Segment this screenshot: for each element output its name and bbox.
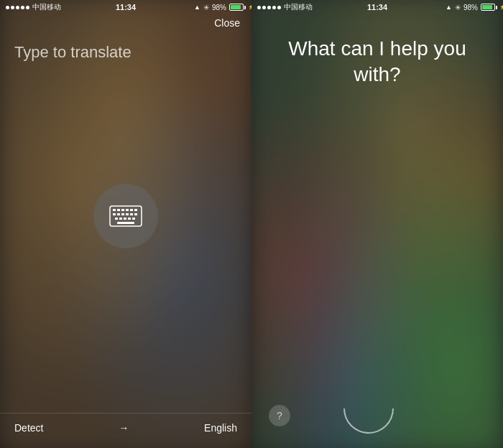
source-language[interactable]: Detect	[14, 422, 43, 434]
location-icon-left: ▲	[194, 4, 200, 11]
translate-footer: Detect → English	[0, 413, 251, 448]
siri-prompt-text: What can I help you with?	[251, 36, 503, 88]
keyboard-button[interactable]	[93, 184, 158, 248]
svg-rect-14	[119, 218, 122, 220]
svg-rect-3	[121, 209, 124, 211]
target-language[interactable]: English	[204, 422, 237, 434]
bluetooth-icon-left: ✳	[203, 4, 209, 11]
signal-dots-left	[6, 6, 29, 9]
svg-rect-2	[117, 209, 120, 211]
svg-rect-18	[117, 222, 134, 224]
svg-rect-13	[115, 218, 118, 220]
status-bar-right: 中国移动 11:34 ▲ ✳ 98% ⚡	[251, 0, 503, 14]
time-right: 11:34	[367, 3, 387, 11]
siri-content: What can I help you with? ?	[251, 0, 503, 448]
time-left: 11:34	[116, 3, 136, 11]
bluetooth-icon-right: ✳	[455, 4, 461, 11]
siri-wave	[290, 398, 447, 434]
status-bar-left: 中国移动 11:34 ▲ ✳ 98% ⚡	[0, 0, 251, 14]
carrier-right: 中国移动	[284, 2, 313, 12]
siri-listening-arc	[343, 409, 394, 434]
right-phone: 中国移动 11:34 ▲ ✳ 98% ⚡ What can I help you…	[251, 0, 503, 448]
question-icon: ?	[277, 410, 282, 421]
svg-rect-1	[113, 209, 116, 211]
battery-left: ⚡	[229, 4, 246, 11]
left-phone: 中国移动 11:34 ▲ ✳ 98% ⚡ Close Type to trans…	[0, 0, 251, 448]
siri-main: What can I help you with?	[251, 0, 503, 448]
translate-prompt: Type to translate	[0, 29, 251, 62]
svg-rect-12	[134, 213, 137, 215]
svg-rect-17	[132, 218, 135, 220]
siri-bottom-bar: ?	[251, 398, 503, 434]
svg-rect-6	[134, 209, 137, 211]
svg-rect-9	[121, 213, 124, 215]
charging-icon-right: ⚡	[499, 4, 503, 10]
close-button[interactable]: Close	[214, 17, 240, 29]
battery-fill-left	[231, 5, 241, 9]
svg-rect-16	[128, 218, 131, 220]
translate-content: Close Type to translate	[0, 0, 251, 448]
battery-tip-left	[244, 6, 246, 9]
svg-rect-5	[130, 209, 133, 211]
carrier-left: 中国移动	[32, 2, 61, 12]
status-left-right: 中国移动	[257, 2, 313, 12]
location-icon-right: ▲	[446, 4, 452, 11]
battery-tip-right	[496, 6, 497, 9]
status-right-right: ▲ ✳ 98% ⚡	[446, 4, 497, 11]
siri-help-button[interactable]: ?	[269, 405, 290, 426]
keyboard-icon	[109, 205, 143, 228]
battery-fill-right	[482, 5, 492, 9]
language-arrow: →	[119, 422, 129, 434]
svg-rect-4	[126, 209, 129, 211]
keyboard-container	[0, 62, 251, 413]
svg-rect-15	[124, 218, 126, 220]
battery-pct-right: 98%	[463, 4, 478, 11]
battery-right: ⚡	[481, 4, 497, 11]
svg-rect-10	[126, 213, 129, 215]
battery-pct-left: 98%	[212, 4, 226, 11]
svg-rect-7	[113, 213, 116, 215]
signal-dots-right	[257, 6, 281, 9]
svg-rect-8	[117, 213, 120, 215]
status-left-left: 中国移动	[6, 2, 61, 12]
status-right-left: ▲ ✳ 98% ⚡	[194, 4, 246, 11]
svg-rect-11	[130, 213, 133, 215]
